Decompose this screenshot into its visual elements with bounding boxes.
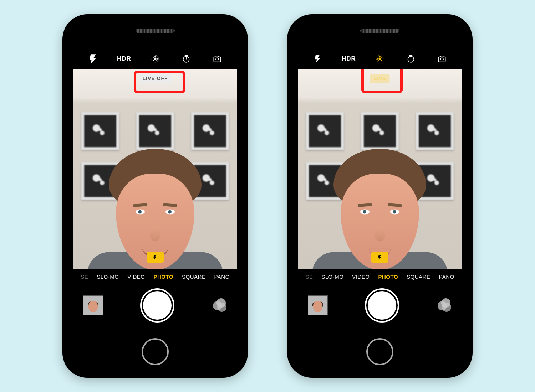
subject-face — [323, 149, 437, 269]
switch-camera-icon[interactable] — [437, 53, 447, 64]
mode-item[interactable]: PANO — [439, 274, 454, 280]
mode-item[interactable]: SE — [81, 274, 88, 280]
mode-item[interactable]: VIDEO — [127, 274, 145, 280]
mode-item-active[interactable]: PHOTO — [378, 274, 398, 280]
flash-indicator-chip[interactable] — [371, 252, 388, 263]
camera-viewfinder[interactable]: LIVE OFF — [73, 69, 237, 269]
camera-bottom-controls — [73, 284, 237, 327]
home-button[interactable] — [142, 338, 169, 365]
mode-item-active[interactable]: PHOTO — [154, 274, 174, 280]
home-button[interactable] — [366, 338, 393, 365]
mode-item[interactable]: SLO-MO — [321, 274, 343, 280]
timer-icon[interactable] — [181, 53, 192, 64]
shutter-button[interactable] — [368, 291, 396, 320]
flash-indicator-chip[interactable] — [147, 252, 164, 263]
svg-point-0 — [154, 58, 157, 60]
shutter-button[interactable] — [143, 291, 172, 320]
live-status-pill: LIVE OFF — [139, 74, 172, 83]
camera-app-screen: HDR — [298, 48, 462, 335]
filters-button[interactable] — [212, 298, 227, 313]
camera-top-toolbar: HDR — [298, 48, 462, 69]
camera-mode-carousel[interactable]: SE SLO-MO VIDEO PHOTO SQUARE PANO — [73, 269, 237, 284]
last-photo-thumbnail[interactable] — [83, 295, 103, 315]
flash-icon[interactable] — [312, 53, 323, 64]
camera-app-screen: HDR — [73, 48, 237, 335]
iphone-left: HDR — [62, 14, 248, 378]
last-photo-thumbnail[interactable] — [308, 295, 328, 315]
iphone-right: HDR — [287, 14, 473, 378]
timer-icon[interactable] — [406, 53, 416, 64]
filters-button[interactable] — [436, 298, 452, 313]
hdr-button[interactable]: HDR — [117, 55, 131, 62]
phone-speaker — [136, 29, 175, 33]
flash-icon[interactable] — [88, 53, 98, 64]
switch-camera-icon[interactable] — [212, 53, 223, 64]
svg-point-5 — [379, 58, 381, 60]
mode-item[interactable]: SLO-MO — [97, 274, 119, 280]
mode-item[interactable]: PANO — [214, 274, 229, 280]
subject-face — [98, 149, 212, 269]
camera-top-toolbar: HDR — [73, 48, 237, 69]
mode-item[interactable]: VIDEO — [352, 274, 370, 280]
mode-item[interactable]: SQUARE — [407, 274, 430, 280]
camera-mode-carousel[interactable]: SE SLO-MO VIDEO PHOTO SQUARE PANO — [298, 269, 462, 284]
live-status-pill: LIVE — [370, 74, 389, 83]
live-photo-icon[interactable] — [374, 53, 385, 64]
live-photo-icon[interactable] — [150, 53, 160, 64]
camera-bottom-controls — [298, 284, 462, 327]
mode-item[interactable]: SQUARE — [182, 274, 205, 280]
camera-viewfinder[interactable]: LIVE — [298, 69, 462, 269]
phone-speaker — [360, 29, 399, 33]
hdr-button[interactable]: HDR — [342, 55, 356, 62]
mode-item[interactable]: SE — [305, 274, 313, 280]
